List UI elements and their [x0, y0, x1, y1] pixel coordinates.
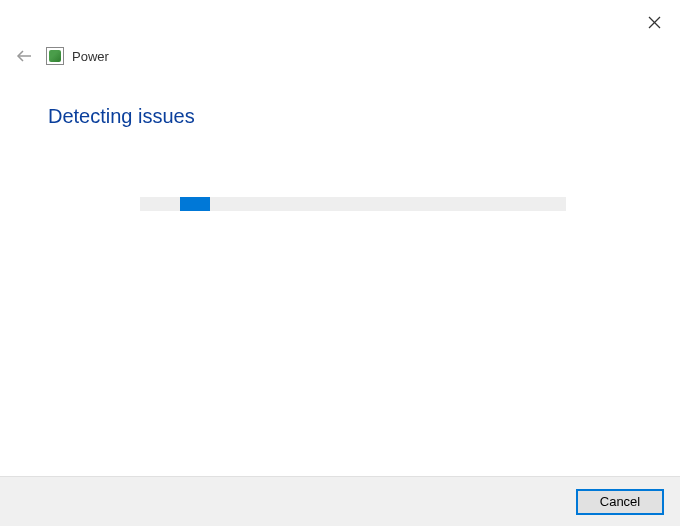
- close-button[interactable]: [642, 10, 666, 34]
- progress-bar: [140, 197, 566, 211]
- close-icon: [648, 16, 661, 29]
- page-heading: Detecting issues: [48, 105, 195, 128]
- back-arrow-icon: [16, 49, 32, 63]
- cancel-button[interactable]: Cancel: [576, 489, 664, 515]
- header-bar: Power: [14, 46, 109, 66]
- back-button[interactable]: [14, 46, 34, 66]
- power-troubleshooter-icon: [46, 47, 64, 65]
- progress-chunk: [180, 197, 210, 211]
- window-title: Power: [72, 49, 109, 64]
- footer-bar: Cancel: [0, 476, 680, 526]
